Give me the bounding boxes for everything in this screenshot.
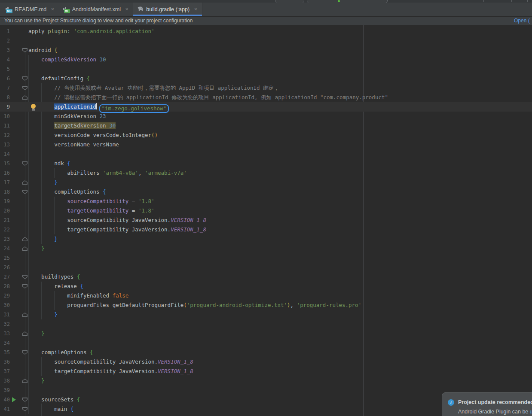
line-number[interactable]: 4 (0, 55, 10, 64)
line-number[interactable]: 13 (0, 140, 10, 149)
fold-toggle-icon[interactable] (22, 180, 28, 185)
close-icon[interactable]: ✕ (51, 7, 54, 12)
code-line[interactable]: 17 } (0, 178, 532, 187)
close-icon[interactable]: ✕ (194, 7, 197, 12)
tab-readme[interactable]: MD README.md ✕ (2, 3, 59, 16)
line-number[interactable]: 28 (0, 282, 10, 291)
code-line[interactable]: 35 compileOptions { (0, 348, 532, 357)
code-line[interactable]: 10 minSdkVersion 23 (0, 112, 532, 121)
line-number[interactable]: 35 (0, 348, 10, 357)
code-line[interactable]: 13 versionName versName (0, 140, 532, 149)
code-line[interactable]: 9 applicationId"im.zego.goliveshow" (0, 102, 532, 112)
line-number[interactable]: 1 (0, 27, 10, 36)
code-line[interactable]: 18 compileOptions { (0, 187, 532, 197)
line-number[interactable]: 18 (0, 187, 10, 197)
run-gutter-icon[interactable] (12, 397, 16, 402)
code-line[interactable]: 20 targetCompatibility = '1.8' (0, 206, 532, 216)
notification-popup[interactable]: i Project update recommended Android Gra… (442, 392, 532, 416)
tab-build-gradle[interactable]: build.gradle (:app) ✕ (133, 3, 202, 16)
code-line[interactable]: 7 // 当使用美颜或者 Avatar 功能时，需要将您的 AppID 和项目 … (0, 83, 532, 93)
line-number[interactable]: 16 (0, 168, 10, 178)
line-number[interactable]: 34 (0, 338, 10, 348)
banner-open-link[interactable]: Open ( (514, 17, 530, 25)
line-number[interactable]: 33 (0, 329, 10, 338)
fold-toggle-icon[interactable] (22, 246, 28, 251)
line-number[interactable]: 15 (0, 159, 10, 168)
fold-toggle-icon[interactable] (22, 161, 28, 166)
code-line[interactable]: 6 defaultConfig { (0, 74, 532, 83)
fold-toggle-icon[interactable] (22, 379, 28, 383)
fold-toggle-icon[interactable] (22, 76, 28, 81)
fold-toggle-icon[interactable] (22, 95, 28, 100)
line-number[interactable]: 3 (0, 46, 10, 55)
line-number[interactable]: 5 (0, 64, 10, 74)
code-line[interactable]: 30 proguardFiles getDefaultProguardFile(… (0, 301, 532, 310)
popup-upgrade-link[interactable]: upgraded (530, 409, 532, 415)
code-line[interactable]: 29 minifyEnabled false (0, 291, 532, 301)
line-number[interactable]: 24 (0, 244, 10, 253)
code-editor[interactable]: 1apply plugin: 'com.android.application'… (0, 25, 532, 416)
line-number[interactable]: 17 (0, 178, 10, 187)
code-line[interactable]: 1apply plugin: 'com.android.application' (0, 27, 532, 36)
code-line[interactable]: 33 } (0, 329, 532, 338)
line-number[interactable]: 7 (0, 83, 10, 93)
line-number[interactable]: 36 (0, 357, 10, 367)
code-line[interactable]: 34 (0, 338, 532, 348)
fold-toggle-icon[interactable] (22, 237, 28, 241)
code-line[interactable]: 36 sourceCompatibility JavaVersion.VERSI… (0, 357, 532, 367)
code-line[interactable]: 11 targetSdkVersion 30 (0, 121, 532, 131)
fold-toggle-icon[interactable] (22, 350, 28, 355)
fold-toggle-icon[interactable] (22, 86, 28, 90)
line-number[interactable]: 14 (0, 149, 10, 159)
line-number[interactable]: 39 (0, 386, 10, 395)
code-line[interactable]: 38 } (0, 376, 532, 386)
fold-toggle-icon[interactable] (22, 190, 28, 194)
line-number[interactable]: 26 (0, 263, 10, 272)
tab-androidmanifest[interactable]: MF AndroidManifest.xml ✕ (59, 3, 134, 16)
fold-toggle-icon[interactable] (22, 284, 28, 288)
code-line[interactable]: 26 (0, 263, 532, 272)
code-line[interactable]: 23 } (0, 234, 532, 244)
fold-toggle-icon[interactable] (22, 331, 28, 336)
line-number[interactable]: 40 (0, 395, 10, 404)
fold-toggle-icon[interactable] (22, 398, 28, 402)
line-number[interactable]: 12 (0, 131, 10, 140)
code-line[interactable]: 31 } (0, 310, 532, 319)
fold-toggle-icon[interactable] (22, 313, 28, 317)
code-line[interactable]: 24 } (0, 244, 532, 253)
line-number[interactable]: 19 (0, 197, 10, 206)
line-number[interactable]: 23 (0, 234, 10, 244)
line-number[interactable]: 27 (0, 272, 10, 282)
close-icon[interactable]: ✕ (125, 7, 128, 12)
code-line[interactable]: 12 versionCode versCode.toInteger() (0, 131, 532, 140)
code-line[interactable]: 28 release { (0, 282, 532, 291)
code-line[interactable]: 27 buildTypes { (0, 272, 532, 282)
line-number[interactable]: 6 (0, 74, 10, 83)
line-number[interactable]: 29 (0, 291, 10, 301)
line-number[interactable]: 31 (0, 310, 10, 319)
code-line[interactable]: 2 (0, 36, 532, 46)
line-number[interactable]: 41 (0, 404, 10, 414)
code-line[interactable]: 16 abiFilters 'arm64-v8a', 'armeabi-v7a' (0, 168, 532, 178)
code-line[interactable]: 5 (0, 64, 532, 74)
code-line[interactable]: 19 sourceCompatibility = '1.8' (0, 197, 532, 206)
code-line[interactable]: 15 ndk { (0, 159, 532, 168)
code-line[interactable]: 14 (0, 149, 532, 159)
line-number[interactable]: 30 (0, 301, 10, 310)
line-number[interactable]: 9 (0, 102, 10, 112)
code-line[interactable]: 3android { (0, 46, 532, 55)
line-number[interactable]: 21 (0, 216, 10, 225)
line-number[interactable]: 2 (0, 36, 10, 46)
fold-toggle-icon[interactable] (22, 48, 28, 52)
line-number[interactable]: 22 (0, 225, 10, 234)
code-line[interactable]: 21 sourceCompatibility JavaVersion.VERSI… (0, 216, 532, 225)
line-number[interactable]: 38 (0, 376, 10, 386)
code-line[interactable]: 25 (0, 253, 532, 263)
line-number[interactable]: 20 (0, 206, 10, 216)
code-line[interactable]: 37 targetCompatibility JavaVersion.VERSI… (0, 367, 532, 376)
line-number[interactable]: 10 (0, 112, 10, 121)
code-line[interactable]: 22 targetCompatibility JavaVersion.VERSI… (0, 225, 532, 234)
line-number[interactable]: 37 (0, 367, 10, 376)
line-number[interactable]: 8 (0, 93, 10, 102)
code-line[interactable]: 32 (0, 319, 532, 329)
